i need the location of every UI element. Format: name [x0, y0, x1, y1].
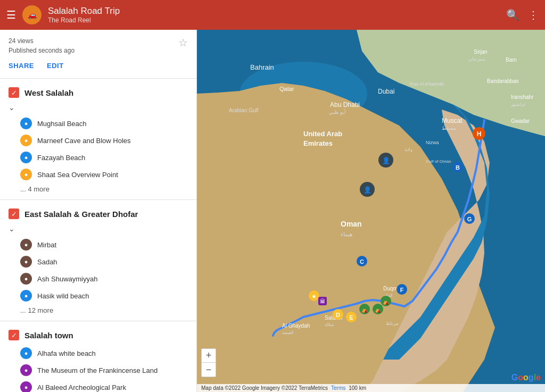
- zoom-in-button[interactable]: +: [202, 349, 216, 363]
- svg-text:Abu Dhabi: Abu Dhabi: [330, 101, 360, 109]
- zoom-out-button[interactable]: −: [202, 363, 216, 377]
- section-header-town: ✓ Salalah town: [0, 328, 196, 345]
- svg-text:سیرجان: سیرجان: [468, 56, 485, 62]
- item-label-mirbat: Mirbat: [37, 241, 56, 249]
- svg-text:Gwadar: Gwadar: [511, 118, 530, 124]
- section-east-salalah: ✓ East Salalah & Greater Dhofar ⌄ ● Mirb…: [0, 200, 196, 321]
- item-label-alhafa-beach: Alhafa white beach: [37, 349, 96, 357]
- list-item: ● Mirbat: [0, 236, 196, 253]
- svg-text:Gulf of Oman: Gulf of Oman: [426, 159, 451, 164]
- item-label-mughsail: Mughsail Beach: [37, 120, 87, 128]
- item-icon-ash: ●: [20, 273, 32, 285]
- chevron-down-icon: ⌄: [9, 103, 15, 112]
- section-title-east: East Salalah & Greater Dhofar: [24, 210, 138, 219]
- main-content: 24 views Published seconds ago ☆ SHARE E…: [0, 30, 545, 392]
- zoom-controls: + −: [201, 348, 216, 377]
- item-icon-shaat: ●: [20, 169, 32, 180]
- sidebar: 24 views Published seconds ago ☆ SHARE E…: [0, 30, 197, 392]
- svg-text:هيماء: هيماء: [341, 231, 352, 237]
- edit-button[interactable]: EDIT: [47, 60, 64, 72]
- views-count: 24 views: [9, 36, 75, 46]
- item-icon-marneef: ●: [20, 135, 32, 146]
- svg-text:G: G: [467, 216, 472, 222]
- item-label-museum: The Museum of the Frankincense Land: [37, 366, 158, 374]
- item-icon-sadah: ●: [20, 256, 32, 268]
- svg-text:★: ★: [311, 293, 317, 299]
- search-icon[interactable]: 🔍: [506, 9, 519, 21]
- more-link-west[interactable]: ... 4 more: [0, 183, 196, 195]
- svg-text:👤: 👤: [382, 156, 390, 164]
- svg-text:ایرانشهر: ایرانشهر: [510, 102, 525, 107]
- svg-text:الغيضة: الغيضة: [282, 330, 293, 335]
- svg-text:Nizwa: Nizwa: [426, 140, 439, 145]
- svg-text:صلالة: صلالة: [325, 322, 334, 327]
- svg-text:C: C: [360, 258, 364, 265]
- svg-text:Muscat: Muscat: [442, 117, 463, 124]
- list-item: ● Sadah: [0, 253, 196, 270]
- map-area[interactable]: Bahrain Qatar Arabian Gulf Abu Dhabi أبو…: [197, 30, 545, 392]
- section-checkbox-town[interactable]: ✓: [9, 330, 19, 340]
- svg-text:⛺: ⛺: [383, 298, 390, 305]
- svg-text:Al Ghaydah: Al Ghaydah: [282, 323, 310, 329]
- collapse-row-west[interactable]: ⌄: [0, 102, 196, 115]
- svg-text:Iranshahr: Iranshahr: [511, 94, 534, 100]
- section-salalah-town: ✓ Salalah town ● Alhafa white beach ● Th…: [0, 321, 196, 392]
- list-item: ● Hasik wild beach: [0, 287, 196, 304]
- list-item: ● Alhafa white beach: [0, 345, 196, 362]
- item-icon-hasik: ●: [20, 290, 32, 302]
- svg-text:ولاية: ولاية: [404, 147, 412, 152]
- map-svg: Bahrain Qatar Arabian Gulf Abu Dhabi أبو…: [197, 30, 545, 392]
- star-icon[interactable]: ☆: [178, 36, 188, 49]
- list-item: ● Shaat Sea Overview Point: [0, 166, 196, 183]
- svg-text:⛺: ⛺: [375, 306, 382, 313]
- svg-text:Ras Al-Khaimah: Ras Al-Khaimah: [410, 81, 444, 87]
- svg-text:F: F: [400, 287, 404, 293]
- meta-info: 24 views Published seconds ago: [9, 36, 75, 55]
- item-icon-mughsail: ●: [20, 118, 32, 129]
- svg-text:United Arab: United Arab: [303, 130, 342, 138]
- section-checkbox-east[interactable]: ✓: [9, 208, 19, 219]
- svg-text:⛺: ⛺: [361, 306, 368, 313]
- svg-text:مرباط: مرباط: [386, 321, 399, 327]
- svg-text:Bahrain: Bahrain: [250, 63, 274, 71]
- svg-text:👤: 👤: [364, 186, 371, 194]
- svg-text:Sirjan: Sirjan: [474, 49, 488, 55]
- svg-text:B: B: [456, 164, 460, 171]
- section-header-east: ✓ East Salalah & Greater Dhofar: [0, 206, 196, 223]
- svg-text:Oman: Oman: [341, 220, 362, 228]
- collapse-row-east[interactable]: ⌄: [0, 223, 196, 236]
- google-logo: Google: [511, 373, 541, 382]
- svg-text:Arabian Gulf: Arabian Gulf: [229, 107, 259, 113]
- avatar: 🚗: [22, 5, 42, 24]
- section-checkbox-west[interactable]: ✓: [9, 87, 19, 98]
- more-link-east[interactable]: ... 12 more: [0, 304, 196, 316]
- section-title-west: West Salalah: [24, 88, 73, 97]
- share-button[interactable]: SHARE: [9, 60, 34, 72]
- map-attribution: Map data ©2022 Google Imagery ©2022 Terr…: [197, 384, 545, 392]
- item-label-marneef: Marneef Cave and Blow Holes: [37, 137, 131, 145]
- item-label-sadah: Sadah: [37, 258, 57, 266]
- svg-text:Bandarabbas: Bandarabbas: [487, 78, 519, 84]
- list-item: ● Mughsail Beach: [0, 115, 196, 132]
- list-item: ● The Museum of the Frankincense Land: [0, 362, 196, 379]
- svg-text:Bam: Bam: [506, 57, 517, 63]
- item-icon-mirbat: ●: [20, 239, 32, 251]
- more-options-icon[interactable]: ⋮: [528, 9, 539, 21]
- menu-icon[interactable]: ☰: [6, 9, 16, 21]
- app-title: Salalah Road Trip: [48, 6, 500, 16]
- svg-text:أبو ظبي: أبو ظبي: [329, 109, 346, 115]
- list-item: ● Fazayah Beach: [0, 149, 196, 166]
- map-data-text: Map data ©2022 Google Imagery ©2022 Terr…: [201, 385, 328, 391]
- list-item: ● Marneef Cave and Blow Holes: [0, 132, 196, 149]
- item-label-fazayah: Fazayah Beach: [37, 154, 85, 162]
- item-icon-alhafa-beach: ●: [20, 347, 32, 359]
- svg-text:Qatar: Qatar: [279, 86, 294, 92]
- svg-text:Emirates: Emirates: [303, 139, 333, 147]
- svg-text:Duqm: Duqm: [383, 286, 398, 291]
- svg-text:E: E: [349, 314, 353, 321]
- section-west-salalah: ✓ West Salalah ⌄ ● Mughsail Beach ● Marn…: [0, 79, 196, 200]
- chevron-down-icon-east: ⌄: [9, 224, 15, 233]
- terms-link[interactable]: Terms: [331, 385, 345, 391]
- item-label-baleed: Al Baleed Archeological Park: [37, 383, 126, 391]
- item-icon-fazayah: ●: [20, 152, 32, 163]
